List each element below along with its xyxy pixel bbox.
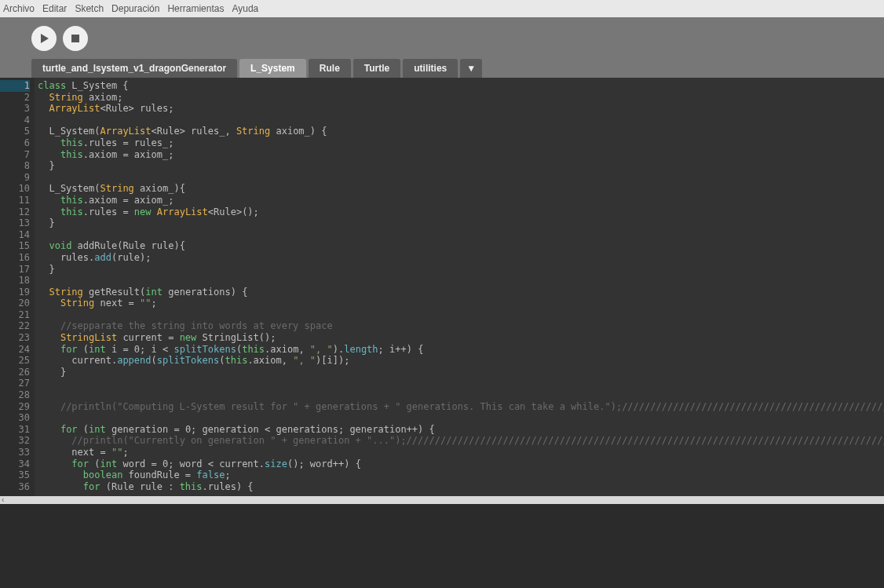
line-number: 32 xyxy=(0,435,30,447)
code-line: L_System(String axiom_){ xyxy=(38,183,884,195)
line-number: 30 xyxy=(0,412,30,424)
line-number: 34 xyxy=(0,458,30,470)
console-panel xyxy=(0,504,884,588)
line-number: 7 xyxy=(0,149,30,161)
code-line: current.append(splitTokens(this.axiom, "… xyxy=(38,355,884,367)
code-line: String next = ""; xyxy=(38,298,884,309)
code-line: for (Rule rule : this.rules) { xyxy=(38,481,884,493)
menu-archivo[interactable]: Archivo xyxy=(3,3,35,14)
horizontal-scrollbar[interactable]: ‹ xyxy=(0,496,884,504)
line-number: 2 xyxy=(0,92,30,104)
tab-turtle_and_lsystem_v1_dragonGenerator[interactable]: turtle_and_lsystem_v1_dragonGenerator xyxy=(31,59,237,78)
code-area[interactable]: class L_System { String axiom; ArrayList… xyxy=(35,78,884,496)
line-number: 11 xyxy=(0,195,30,206)
code-line: this.axiom = axiom_; xyxy=(38,149,884,161)
code-line xyxy=(38,115,884,126)
menu-editar[interactable]: Editar xyxy=(42,3,67,14)
code-line: ArrayList<Rule> rules; xyxy=(38,103,884,115)
line-number: 9 xyxy=(0,172,30,184)
line-number: 20 xyxy=(0,298,30,309)
line-number: 12 xyxy=(0,206,30,218)
tab-utilities[interactable]: utilities xyxy=(403,59,458,78)
line-number: 17 xyxy=(0,264,30,276)
code-line: StringList current = new StringList(); xyxy=(38,332,884,344)
code-line xyxy=(38,389,884,401)
code-line: next = ""; xyxy=(38,447,884,458)
code-line xyxy=(38,229,884,241)
menu-depuración[interactable]: Depuración xyxy=(111,3,159,14)
code-line: rules.add(rule); xyxy=(38,252,884,264)
code-line: } xyxy=(38,367,884,378)
code-line: } xyxy=(38,264,884,276)
line-number: 6 xyxy=(0,137,30,149)
line-number: 33 xyxy=(0,447,30,458)
line-number: 10 xyxy=(0,183,30,195)
line-number: 15 xyxy=(0,240,30,252)
line-number: 3 xyxy=(0,103,30,115)
menu-sketch[interactable]: Sketch xyxy=(75,3,104,14)
tab-Rule[interactable]: Rule xyxy=(309,59,351,78)
stop-icon xyxy=(71,35,79,42)
line-number: 36 xyxy=(0,481,30,493)
line-number: 1 xyxy=(0,80,30,92)
code-line: L_System(ArrayList<Rule> rules_, String … xyxy=(38,126,884,137)
menubar: ArchivoEditarSketchDepuraciónHerramienta… xyxy=(0,0,884,17)
tab-L_System[interactable]: L_System xyxy=(239,59,306,78)
code-line: this.rules = new ArrayList<Rule>(); xyxy=(38,206,884,218)
line-number: 18 xyxy=(0,275,30,287)
code-line: //sepparate the string into words at eve… xyxy=(38,320,884,332)
code-editor[interactable]: 1234567891011121314151617181920212223242… xyxy=(0,78,884,496)
line-number: 29 xyxy=(0,401,30,413)
tabbar: turtle_and_lsystem_v1_dragonGeneratorL_S… xyxy=(0,59,884,78)
toolbar xyxy=(0,17,884,59)
line-number: 13 xyxy=(0,217,30,229)
line-number: 21 xyxy=(0,309,30,321)
code-line xyxy=(38,412,884,424)
line-number: 16 xyxy=(0,252,30,264)
code-line: //println("Computing L-System result for… xyxy=(38,401,884,413)
line-number: 14 xyxy=(0,229,30,241)
play-icon xyxy=(41,34,49,43)
line-number: 22 xyxy=(0,320,30,332)
line-number: 8 xyxy=(0,160,30,172)
code-line: class L_System { xyxy=(38,80,884,92)
code-line xyxy=(38,275,884,287)
line-number: 35 xyxy=(0,469,30,481)
tab-Turtle[interactable]: Turtle xyxy=(353,59,400,78)
code-line: this.rules = rules_; xyxy=(38,137,884,149)
code-line: String axiom; xyxy=(38,92,884,104)
code-line: for (int generation = 0; generation < ge… xyxy=(38,424,884,436)
run-button[interactable] xyxy=(31,26,57,51)
chevron-left-icon[interactable]: ‹ xyxy=(2,495,4,504)
line-number: 19 xyxy=(0,287,30,298)
line-number: 5 xyxy=(0,126,30,137)
code-line xyxy=(38,378,884,389)
line-number: 26 xyxy=(0,367,30,378)
tab-menu-button[interactable]: ▼ xyxy=(460,59,482,78)
line-number: 25 xyxy=(0,355,30,367)
stop-button[interactable] xyxy=(63,26,88,51)
code-line: boolean foundRule = false; xyxy=(38,469,884,481)
code-line: //println("Currently on generation " + g… xyxy=(38,435,884,447)
code-line: } xyxy=(38,160,884,172)
code-line: this.axiom = axiom_; xyxy=(38,195,884,206)
menu-ayuda[interactable]: Ayuda xyxy=(232,3,258,14)
line-number: 23 xyxy=(0,332,30,344)
code-line: for (int i = 0; i < splitTokens(this.axi… xyxy=(38,344,884,356)
code-line: } xyxy=(38,217,884,229)
line-number: 4 xyxy=(0,115,30,126)
code-line: for (int word = 0; word < current.size()… xyxy=(38,458,884,470)
code-line xyxy=(38,172,884,184)
code-line: String getResult(int generations) { xyxy=(38,287,884,298)
line-gutter: 1234567891011121314151617181920212223242… xyxy=(0,78,35,496)
code-line: void addRule(Rule rule){ xyxy=(38,240,884,252)
line-number: 24 xyxy=(0,344,30,356)
code-line xyxy=(38,309,884,321)
line-number: 27 xyxy=(0,378,30,389)
line-number: 31 xyxy=(0,424,30,436)
menu-herramientas[interactable]: Herramientas xyxy=(167,3,224,14)
line-number: 28 xyxy=(0,389,30,401)
